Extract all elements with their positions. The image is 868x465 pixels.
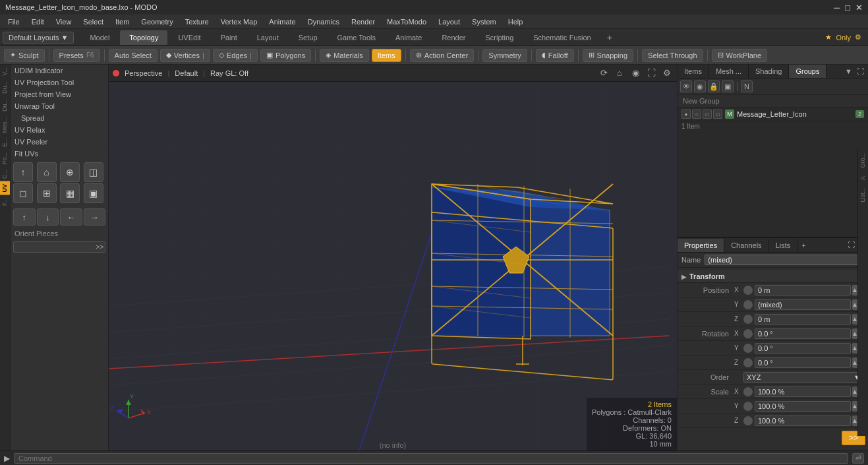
position-y-lock[interactable] [743, 300, 753, 309]
rotation-z-lock[interactable] [743, 358, 753, 367]
menu-vertex-map[interactable]: Vertex Map [216, 16, 263, 27]
position-z-lock[interactable] [743, 315, 753, 324]
sculpt-button[interactable]: ✦ Sculpt [4, 49, 45, 62]
item-vis-render[interactable]: ○ [692, 109, 701, 119]
tool-btn-3[interactable]: ⊕ [60, 162, 80, 182]
layouts-dropdown[interactable]: Default Layouts ▼ [3, 32, 74, 44]
left-item-udim[interactable]: UDIM Indicator [11, 65, 108, 77]
symmetry-button[interactable]: Symmetry [482, 49, 527, 62]
menu-view[interactable]: View [51, 16, 77, 27]
scene-area[interactable]: X Y Z 2 Items Polygons : Catmull-Clark C… [109, 82, 677, 450]
scale-x-lock[interactable] [743, 387, 753, 396]
polygons-button[interactable]: ▣ Polygons [260, 49, 311, 62]
menu-geometry[interactable]: Geometry [136, 16, 178, 27]
side-tab-e[interactable]: E... [0, 135, 10, 150]
tab-setup[interactable]: Setup [289, 30, 327, 45]
tool-btn-5[interactable]: ◻ [13, 183, 33, 203]
side-tab-v[interactable]: V... [0, 65, 10, 78]
rotation-y-lock[interactable] [743, 344, 753, 353]
menu-dynamics[interactable]: Dynamics [303, 16, 345, 27]
scale-y-lock[interactable] [743, 402, 753, 411]
menu-select[interactable]: Select [78, 16, 109, 27]
tab-add-button[interactable]: + [602, 30, 618, 45]
left-item-fit-uvs[interactable]: Fit UVs [11, 148, 108, 160]
left-item-spread[interactable]: Spread [11, 112, 108, 124]
menu-texture[interactable]: Texture [180, 16, 214, 27]
vertices-button[interactable]: ◆ Vertices | [160, 49, 210, 62]
viewport-rotate-icon[interactable]: ⟳ [598, 67, 610, 79]
rotation-z-field[interactable]: 0.0 ° [755, 357, 851, 368]
menu-maxtomodo[interactable]: MaxToModo [382, 16, 432, 27]
viewport-camera-icon[interactable]: ◉ [629, 67, 641, 79]
viewport-home-icon[interactable]: ⌂ [614, 67, 625, 79]
nav-down[interactable]: ↓ [37, 208, 59, 226]
snapping-button[interactable]: ⊞ Snapping [583, 49, 634, 62]
rotation-y-field[interactable]: 0.0 ° [755, 343, 851, 354]
auto-select-button[interactable]: Auto Select [109, 49, 158, 62]
left-item-unwrap-tool[interactable]: Unwrap Tool [11, 100, 108, 112]
viewport-settings-icon[interactable]: ⚙ [661, 67, 673, 79]
tool-btn-6[interactable]: ⊞ [37, 183, 57, 203]
left-item-uv-projection[interactable]: UV Projection Tool [11, 77, 108, 88]
side-tab-f[interactable]: F... [0, 195, 10, 208]
menu-render[interactable]: Render [346, 16, 380, 27]
scale-y-field[interactable]: 100.0 % [755, 401, 851, 412]
side-tab-du[interactable]: Du... [0, 78, 10, 96]
menu-file[interactable]: File [3, 16, 25, 27]
item-vis-eye[interactable]: ● [681, 109, 691, 119]
tab-animate[interactable]: Animate [386, 30, 431, 45]
tool-btn-4[interactable]: ◫ [84, 162, 103, 182]
rotation-x-lock[interactable] [743, 329, 753, 338]
right-tab-items[interactable]: Items [678, 65, 709, 78]
props-tab-properties[interactable]: Properties [678, 239, 724, 252]
raygl-label[interactable]: Ray GL: Off [210, 69, 248, 77]
left-item-uv-peeler[interactable]: UV Peeler [11, 136, 108, 148]
side-tab-c[interactable]: C... [0, 167, 10, 181]
tab-render[interactable]: Render [432, 30, 475, 45]
right-side-tab-list[interactable]: List... [858, 184, 868, 206]
right-side-tab-grp[interactable]: Gro... [858, 149, 868, 172]
item-row[interactable]: ● ○ □ □ M Message_Letter_Icon 2 [678, 108, 868, 121]
menu-system[interactable]: System [467, 16, 502, 27]
action-center-button[interactable]: ⊕ Action Center [410, 49, 475, 62]
scene-canvas[interactable]: X Y Z [109, 82, 677, 450]
props-tab-add[interactable]: + [797, 239, 809, 252]
close-button[interactable]: ✕ [855, 3, 863, 13]
default-label[interactable]: Default [175, 69, 198, 77]
scale-x-field[interactable]: 100.0 % [755, 387, 851, 397]
rotation-x-field[interactable]: 0.0 ° [755, 328, 851, 339]
expand-button[interactable]: >> [13, 241, 105, 253]
tool-btn-8[interactable]: ▣ [84, 183, 103, 203]
nav-right[interactable]: → [84, 208, 106, 226]
tab-schematic[interactable]: Schematic Fusion [524, 30, 600, 45]
name-field-value[interactable]: (mixed) [705, 255, 864, 265]
items-tb-lock[interactable]: 🔒 [708, 80, 720, 92]
props-tab-lists[interactable]: Lists [769, 239, 798, 252]
items-tb-name[interactable]: N [741, 80, 753, 92]
menu-item[interactable]: Item [110, 16, 134, 27]
item-vis-lock[interactable]: □ [703, 109, 712, 119]
tab-uvedit[interactable]: UVEdit [169, 30, 210, 45]
right-side-tab-a[interactable]: A [858, 172, 868, 184]
props-expand-icon[interactable]: ⛶ [848, 241, 855, 249]
right-tab-expand[interactable]: ▼ ⛶ [841, 65, 868, 78]
tab-topology[interactable]: Topology [120, 30, 167, 45]
side-tab-uv-active[interactable]: UV [0, 181, 10, 195]
transform-section-header[interactable]: ▶ Transform [678, 270, 868, 283]
position-x-field[interactable]: 0 m [755, 285, 851, 295]
menu-edit[interactable]: Edit [26, 16, 49, 27]
tool-btn-7[interactable]: ▦ [60, 183, 80, 203]
tool-btn-1[interactable]: ↑ [13, 162, 33, 182]
tab-paint[interactable]: Paint [212, 30, 246, 45]
right-tab-shading[interactable]: Shading [749, 65, 789, 78]
command-submit-button[interactable]: ⏎ [852, 453, 864, 464]
nav-left[interactable]: ← [60, 208, 82, 226]
falloff-button[interactable]: ◖ Falloff [536, 49, 574, 62]
tool-btn-2[interactable]: ⌂ [37, 162, 57, 182]
perspective-label[interactable]: Perspective [125, 69, 162, 77]
materials-button[interactable]: ◈ Materials [320, 49, 369, 62]
side-tab-po[interactable]: Po... [0, 150, 10, 168]
position-x-lock[interactable] [743, 286, 753, 295]
menu-help[interactable]: Help [503, 16, 529, 27]
item-vis-extra[interactable]: □ [713, 109, 722, 119]
